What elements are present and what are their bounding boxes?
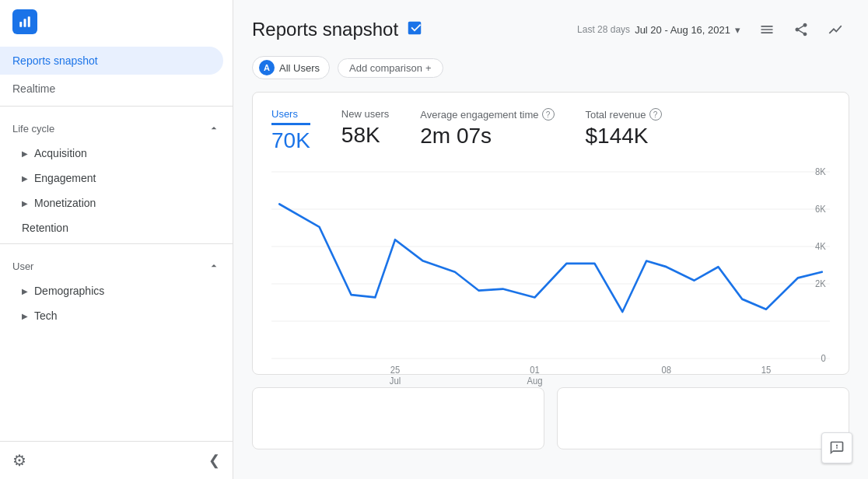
analytics-logo-icon [18, 15, 32, 29]
avatar: A [259, 60, 275, 75]
sidebar-item-acquisition[interactable]: ▶ Acquisition [0, 141, 223, 166]
date-range-picker[interactable]: Last 28 days Jul 20 - Aug 16, 2021 ▾ [577, 24, 740, 36]
svg-text:4K: 4K [815, 241, 826, 251]
svg-text:01: 01 [530, 364, 540, 374]
svg-rect-1 [24, 19, 26, 27]
collapse-sidebar-icon[interactable]: ❮ [208, 452, 220, 469]
metric-total-revenue-value: $144K [586, 124, 662, 149]
chart-card: Users 70K New users 58K Average engageme… [252, 92, 849, 375]
bottom-card-2 [557, 387, 849, 449]
svg-text:15: 15 [761, 364, 772, 374]
chevron-icon: ▶ [22, 149, 28, 158]
add-comparison-button[interactable]: Add comparison + [338, 58, 443, 78]
bottom-card-1 [252, 387, 544, 449]
chart-svg: 8K 6K 4K 2K 0 25 Jul 01 Aug 08 15 [271, 172, 830, 358]
page-title: Reports snapshot [252, 19, 398, 40]
lifecycle-collapse-icon [208, 122, 220, 135]
chevron-icon: ▶ [22, 174, 28, 183]
svg-text:8K: 8K [815, 166, 826, 177]
customize-icon [759, 22, 775, 37]
sidebar-item-realtime[interactable]: Realtime [0, 75, 223, 103]
metric-users-label: Users [271, 108, 310, 125]
customize-report-button[interactable] [753, 16, 781, 44]
page-title-wrap: Reports snapshot [252, 19, 423, 40]
avg-engagement-info-icon[interactable]: ? [542, 108, 555, 121]
metrics-row: Users 70K New users 58K Average engageme… [271, 108, 830, 153]
divider-1 [0, 106, 233, 107]
svg-text:08: 08 [661, 364, 671, 374]
page-header: Reports snapshot Last 28 days Jul 20 - A… [252, 16, 849, 44]
chevron-icon: ▶ [22, 312, 28, 320]
svg-text:6K: 6K [815, 204, 826, 214]
divider-2 [0, 243, 233, 244]
sidebar-header [0, 0, 233, 44]
date-chevron-icon: ▾ [735, 24, 740, 36]
annotate-button[interactable] [821, 16, 849, 44]
svg-rect-0 [19, 22, 22, 27]
svg-text:2K: 2K [815, 278, 826, 288]
sidebar-item-tech[interactable]: ▶ Tech [0, 303, 223, 328]
sidebar-item-monetization[interactable]: ▶ Monetization [0, 191, 223, 215]
sidebar-footer: ⚙ ❮ [0, 441, 233, 479]
main-content: Reports snapshot Last 28 days Jul 20 - A… [233, 0, 868, 479]
chevron-icon: ▶ [22, 199, 28, 208]
all-users-label: All Users [279, 62, 320, 74]
svg-text:0: 0 [821, 353, 827, 363]
sidebar-item-reports-snapshot[interactable]: Reports snapshot [0, 47, 223, 75]
metric-total-revenue-label: Total revenue ? [586, 108, 662, 121]
sidebar-item-engagement[interactable]: ▶ Engagement [0, 166, 223, 191]
svg-text:Aug: Aug [527, 375, 542, 385]
total-revenue-info-icon[interactable]: ? [649, 108, 662, 121]
metric-users-value: 70K [271, 128, 310, 153]
filter-row: A All Users Add comparison + [252, 56, 849, 79]
header-action-icons [753, 16, 849, 44]
share-button[interactable] [787, 16, 815, 44]
svg-text:Jul: Jul [390, 375, 401, 385]
svg-rect-2 [28, 16, 30, 27]
bottom-row [252, 387, 849, 449]
header-right: Last 28 days Jul 20 - Aug 16, 2021 ▾ [577, 16, 849, 44]
lifecycle-section-header[interactable]: Life cycle [0, 110, 233, 141]
sidebar: Reports snapshot Realtime Life cycle ▶ A… [0, 0, 233, 479]
metric-new-users[interactable]: New users 58K [341, 108, 389, 153]
add-comparison-label: Add comparison [349, 62, 422, 74]
chevron-icon: ▶ [22, 287, 28, 295]
last-28-label: Last 28 days [577, 24, 630, 35]
sidebar-item-demographics[interactable]: ▶ Demographics [0, 278, 223, 303]
metric-avg-engagement-value: 2m 07s [420, 124, 554, 149]
feedback-button[interactable] [821, 432, 852, 463]
metric-total-revenue[interactable]: Total revenue ? $144K [586, 108, 662, 153]
annotate-icon [828, 22, 843, 37]
metric-users[interactable]: Users 70K [271, 108, 310, 153]
user-collapse-icon [208, 260, 220, 272]
feedback-icon [829, 440, 845, 456]
save-to-library-icon[interactable] [406, 19, 423, 40]
metric-new-users-value: 58K [341, 123, 389, 148]
metric-new-users-label: New users [341, 108, 389, 120]
share-icon [793, 22, 809, 37]
sidebar-item-retention[interactable]: Retention [0, 215, 223, 240]
settings-icon[interactable]: ⚙ [12, 451, 26, 470]
sidebar-nav: Reports snapshot Realtime Life cycle ▶ A… [0, 44, 233, 441]
svg-text:25: 25 [390, 364, 401, 374]
date-range-value: Jul 20 - Aug 16, 2021 [635, 24, 730, 36]
metric-avg-engagement-label: Average engagement time ? [420, 108, 554, 121]
app-logo [12, 9, 37, 34]
line-chart: 8K 6K 4K 2K 0 25 Jul 01 Aug 08 15 [271, 172, 830, 358]
all-users-filter[interactable]: A All Users [252, 56, 330, 79]
metric-avg-engagement[interactable]: Average engagement time ? 2m 07s [420, 108, 554, 153]
chart-line [279, 204, 821, 312]
user-section-header[interactable]: User [0, 247, 233, 278]
add-icon: + [425, 62, 432, 74]
